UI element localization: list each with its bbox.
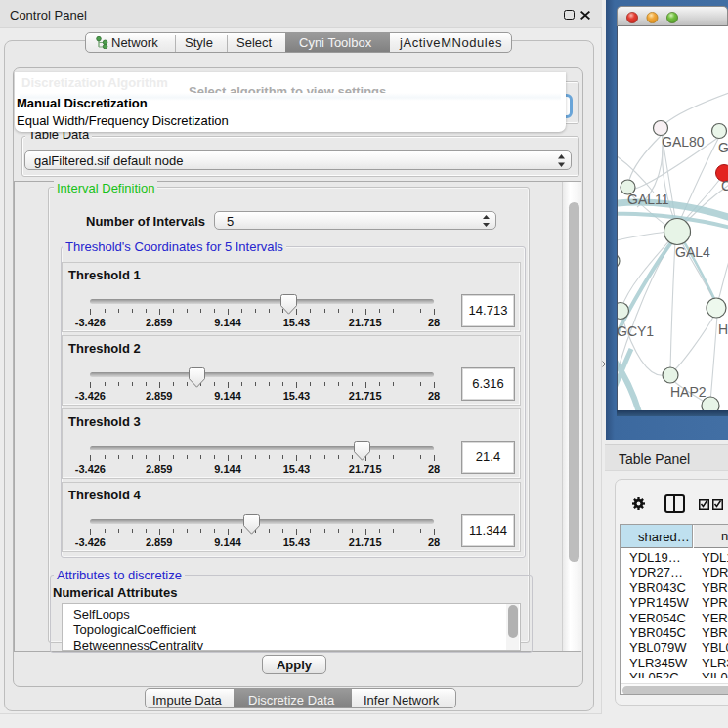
svg-text:HAP2: HAP2 xyxy=(670,384,707,400)
svg-text:C: C xyxy=(721,178,728,193)
svg-text:GAL4: GAL4 xyxy=(675,244,710,260)
svg-text:GA: GA xyxy=(718,140,728,155)
svg-text:H: H xyxy=(718,321,728,337)
svg-text:GAL11: GAL11 xyxy=(627,192,669,207)
svg-text:GCY1: GCY1 xyxy=(618,323,654,339)
svg-text:GAL80: GAL80 xyxy=(662,134,705,150)
